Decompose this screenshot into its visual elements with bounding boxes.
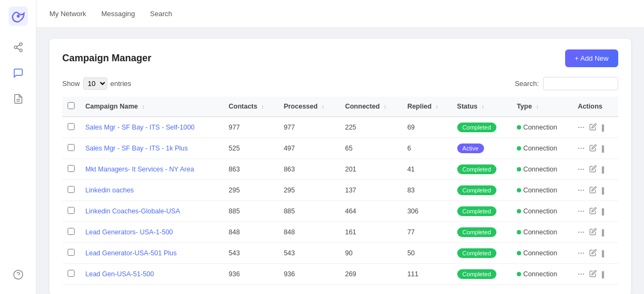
edit-btn-7[interactable] — [589, 270, 597, 279]
connected-cell-3: 137 — [340, 180, 402, 201]
campaign-name-link-1[interactable]: Sales Mgr - SF Bay - ITS - 1k Plus — [85, 145, 188, 152]
col-type: Type ↕ — [511, 97, 573, 117]
share-sidebar-icon[interactable] — [10, 39, 27, 56]
actions-cell-7: ··· ‖ — [573, 264, 618, 285]
topnav: My Network Messaging Search — [36, 0, 644, 28]
replied-cell-1: 6 — [402, 138, 452, 159]
type-dot-0 — [517, 125, 521, 130]
campaign-name-link-3[interactable]: Linkedin oaches — [85, 187, 134, 194]
search-input[interactable] — [543, 77, 618, 90]
campaign-name-link-0[interactable]: Sales Mgr - SF Bay - ITS - Self-1000 — [85, 124, 195, 131]
replied-cell-5: 77 — [402, 222, 452, 243]
more-actions-btn-2[interactable]: ··· — [578, 166, 585, 173]
more-actions-btn-6[interactable]: ··· — [578, 249, 585, 257]
campaign-name-link-4[interactable]: Linkedin Coaches-Globale-USA — [85, 207, 180, 215]
campaigns-table: Campaign Name ↕ Contacts ↕ Processed ↕ C… — [62, 97, 618, 285]
message-sidebar-icon[interactable] — [10, 64, 27, 82]
type-dot-3 — [517, 188, 521, 192]
edit-btn-0[interactable] — [589, 123, 597, 132]
actions-cell-0: ··· ‖ — [573, 117, 618, 138]
row-checkbox-1[interactable] — [68, 144, 75, 151]
processed-cell-6: 543 — [279, 243, 340, 264]
connected-cell-0: 225 — [340, 117, 402, 138]
row-checkbox-4[interactable] — [68, 207, 75, 214]
processed-cell-1: 497 — [279, 138, 340, 159]
table-controls: Show 10 25 50 entries Search: — [62, 77, 618, 90]
more-actions-btn-1[interactable]: ··· — [578, 145, 585, 152]
row-checkbox-2[interactable] — [68, 165, 75, 172]
messaging-nav[interactable]: Messaging — [101, 8, 135, 20]
more-actions-btn-0[interactable]: ··· — [578, 124, 585, 131]
more-actions-btn-7[interactable]: ··· — [578, 270, 585, 278]
sidebar — [0, 0, 36, 294]
pause-btn-6[interactable]: ‖ — [601, 249, 605, 257]
pause-btn-1[interactable]: ‖ — [601, 145, 605, 153]
row-checkbox-3[interactable] — [68, 186, 75, 193]
edit-btn-6[interactable] — [589, 249, 597, 258]
edit-btn-1[interactable] — [589, 144, 597, 153]
connected-cell-2: 201 — [340, 159, 402, 180]
replied-cell-7: 111 — [402, 264, 452, 285]
pause-btn-2[interactable]: ‖ — [601, 166, 605, 174]
type-dot-2 — [517, 167, 521, 171]
svg-line-6 — [17, 45, 20, 46]
table-row: Mkt Managers- It Services - NY Area 863 … — [62, 159, 618, 180]
show-label: Show — [62, 80, 80, 88]
svg-point-9 — [13, 270, 23, 279]
col-campaign-name: Campaign Name ↕ — [80, 97, 223, 117]
contacts-cell-6: 543 — [223, 243, 279, 264]
campaign-name-link-2[interactable]: Mkt Managers- It Services - NY Area — [85, 166, 194, 173]
edit-btn-4[interactable] — [589, 207, 597, 216]
connected-cell-6: 90 — [340, 243, 402, 264]
pause-btn-7[interactable]: ‖ — [601, 270, 605, 278]
processed-cell-5: 848 — [279, 222, 340, 243]
select-all-checkbox[interactable] — [68, 102, 75, 109]
campaign-name-link-7[interactable]: Lead Gen-USA-51-500 — [85, 270, 154, 278]
row-checkbox-6[interactable] — [68, 249, 75, 256]
help-sidebar-icon[interactable] — [10, 266, 27, 283]
edit-btn-2[interactable] — [589, 165, 597, 174]
contacts-cell-2: 863 — [223, 159, 279, 180]
campaign-name-link-6[interactable]: Lead Generator-USA-501 Plus — [85, 249, 177, 257]
type-dot-5 — [517, 230, 521, 234]
processed-cell-4: 885 — [279, 201, 340, 222]
edit-btn-5[interactable] — [589, 228, 597, 237]
campaign-manager-card: Campaign Manager + Add New Show 10 25 50… — [49, 39, 631, 294]
more-actions-btn-5[interactable]: ··· — [578, 228, 585, 236]
status-badge-7: Completed — [457, 269, 496, 279]
connected-cell-5: 161 — [340, 222, 402, 243]
more-actions-btn-3[interactable]: ··· — [578, 187, 585, 194]
status-badge-6: Completed — [457, 248, 496, 258]
contacts-cell-4: 885 — [223, 201, 279, 222]
campaign-name-link-5[interactable]: Lead Generators- USA-1-500 — [85, 228, 173, 236]
type-cell-6: Connection — [511, 243, 573, 264]
row-checkbox-0[interactable] — [68, 123, 75, 130]
main-wrapper: My Network Messaging Search Campaign Man… — [36, 0, 644, 294]
row-checkbox-5[interactable] — [68, 228, 75, 235]
edit-btn-3[interactable] — [589, 186, 597, 195]
status-cell-6: Completed — [452, 243, 511, 264]
document-sidebar-icon[interactable] — [10, 90, 27, 107]
svg-point-1 — [17, 15, 19, 17]
table-row: Lead Generator-USA-501 Plus 543 543 90 5… — [62, 243, 618, 264]
more-actions-btn-4[interactable]: ··· — [578, 207, 585, 215]
pause-btn-0[interactable]: ‖ — [601, 124, 605, 132]
col-status: Status ↕ — [452, 97, 511, 117]
col-connected: Connected ↕ — [340, 97, 402, 117]
search-nav[interactable]: Search — [150, 8, 172, 20]
actions-cell-2: ··· ‖ — [573, 159, 618, 180]
table-row: Sales Mgr - SF Bay - ITS - Self-1000 977… — [62, 117, 618, 138]
entries-select[interactable]: 10 25 50 — [83, 77, 107, 90]
table-row: Sales Mgr - SF Bay - ITS - 1k Plus 525 4… — [62, 138, 618, 159]
card-header: Campaign Manager + Add New — [62, 49, 618, 67]
status-cell-4: Completed — [452, 201, 511, 222]
pause-btn-5[interactable]: ‖ — [601, 228, 605, 236]
pause-btn-4[interactable]: ‖ — [601, 207, 605, 216]
type-dot-6 — [517, 251, 521, 255]
add-new-button[interactable]: + Add New — [565, 49, 618, 67]
row-checkbox-7[interactable] — [68, 270, 75, 277]
my-network-nav[interactable]: My Network — [49, 8, 86, 20]
page-title: Campaign Manager — [62, 53, 151, 64]
pause-btn-3[interactable]: ‖ — [601, 187, 605, 195]
table-row: Lead Generators- USA-1-500 848 848 161 7… — [62, 222, 618, 243]
